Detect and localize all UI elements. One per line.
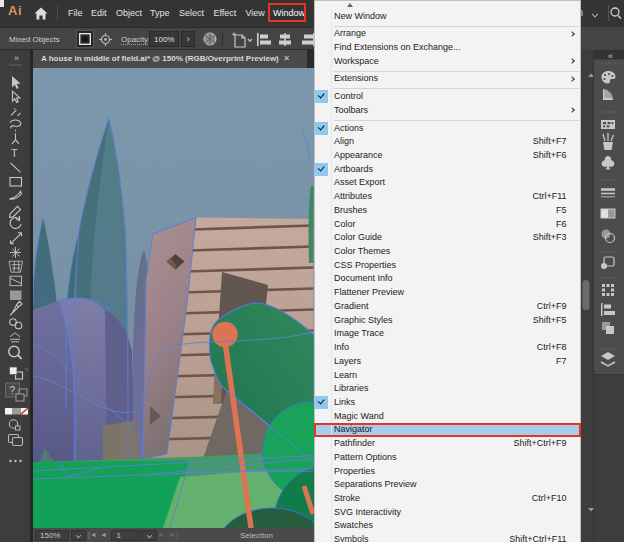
svg-text:?: ? [10, 385, 16, 396]
svg-text:»: » [14, 53, 19, 63]
svg-text:T: T [11, 147, 18, 159]
